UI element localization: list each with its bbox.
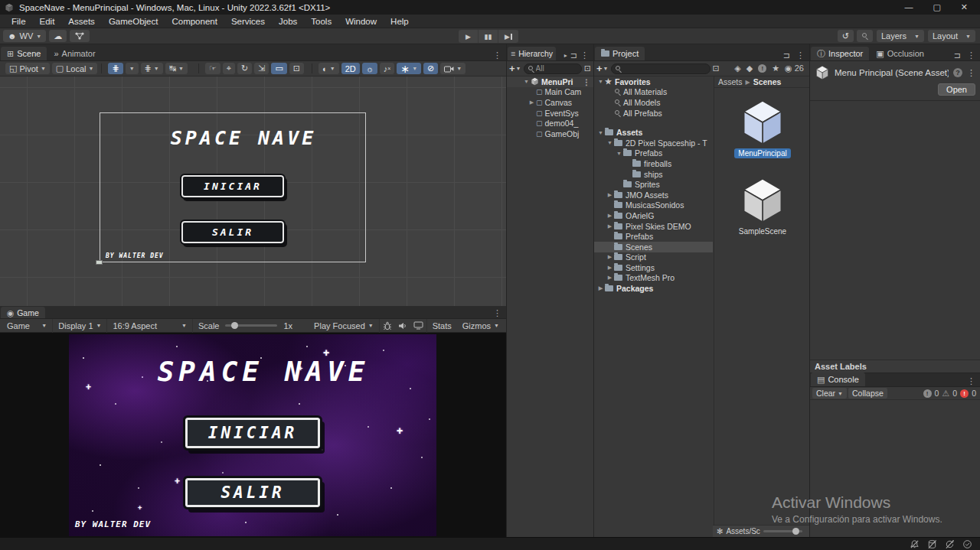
rotate-tool[interactable]: ↻ xyxy=(237,63,252,74)
hierarchy-item[interactable]: ▢Main Cam xyxy=(507,87,593,98)
expand-arrow-icon[interactable]: ▼ xyxy=(522,79,531,84)
warning-count-icon[interactable]: ⚠ xyxy=(942,389,949,399)
local-dropdown[interactable]: ▢Local▼ xyxy=(52,63,98,74)
undo-history-button[interactable]: ↺ xyxy=(838,30,854,42)
project-tree-item[interactable]: ▼Prefabs xyxy=(594,148,713,159)
project-search[interactable] xyxy=(611,63,710,74)
grid-snap-toggle[interactable]: ⋕ xyxy=(108,63,122,74)
scene-viewport[interactable]: SPACE NAVE INICIAR SALIR BY WALTER DEV xyxy=(0,76,506,306)
scale-tool[interactable]: ⇲ xyxy=(254,63,269,74)
panel-menu-icon[interactable]: ⋮ xyxy=(493,308,501,318)
error-count-icon[interactable]: ! xyxy=(960,389,969,398)
panel-menu-icon[interactable]: ⋮ xyxy=(493,50,501,60)
auto-refresh-disabled-icon[interactable] xyxy=(945,539,955,549)
rect-tool[interactable]: ▭ xyxy=(271,63,286,74)
thumbnail-size-slider[interactable] xyxy=(763,530,802,532)
project-tree-item[interactable]: ▶Settings xyxy=(594,262,713,273)
hierarchy-scene-row[interactable]: ▼ MenuPri ⋮ xyxy=(507,76,593,87)
play-focused-dropdown[interactable]: Play Focused▼ xyxy=(309,319,380,333)
project-tree-item[interactable]: All Models xyxy=(594,97,713,108)
project-tree-item[interactable]: ▶Script xyxy=(594,252,713,263)
clear-button[interactable]: Clear▼ xyxy=(812,388,847,399)
open-in-window-icon[interactable]: ⊡ xyxy=(584,63,591,73)
project-search-input[interactable] xyxy=(623,64,707,73)
breadcrumb-assets[interactable]: Assets xyxy=(718,77,743,86)
menu-assets[interactable]: Assets xyxy=(61,17,102,26)
rect-anchor-handle[interactable] xyxy=(96,260,103,265)
close-button[interactable]: ✕ xyxy=(961,2,968,12)
expanded-arrow-icon[interactable]: ▼ xyxy=(596,79,605,84)
menu-gameobject[interactable]: GameObject xyxy=(102,17,165,26)
search-button[interactable] xyxy=(857,30,873,42)
collapsed-arrow-icon[interactable]: ▶ xyxy=(606,192,614,198)
project-tree-item[interactable]: ▶Pixel Skies DEMO xyxy=(594,221,713,232)
display-target-dropdown[interactable]: Game▼ xyxy=(2,319,53,333)
camera-dropdown[interactable]: ▼ xyxy=(440,63,466,74)
layout-dropdown[interactable]: Layout▼ xyxy=(928,30,975,42)
gizmos-dropdown[interactable]: Gizmos▼ xyxy=(457,319,505,333)
breadcrumb-scenes[interactable]: Scenes xyxy=(753,77,782,86)
hierarchy-item[interactable]: ▢EventSys xyxy=(507,108,593,119)
step-button[interactable]: ▶ xyxy=(498,30,518,43)
scene-visibility-toggle[interactable]: ⊘ xyxy=(423,63,438,74)
panel-menu-icon[interactable]: ⋮ xyxy=(796,50,805,60)
layers-dropdown[interactable]: Layers▼ xyxy=(877,30,924,42)
hierarchy-search[interactable] xyxy=(524,63,582,74)
collapsed-arrow-icon[interactable]: ▶ xyxy=(528,99,536,106)
tab-hierarchy[interactable]: ≡Hierarchy xyxy=(508,47,556,60)
favorites-filter-icon[interactable]: ★ xyxy=(772,63,779,73)
collapsed-arrow-icon[interactable]: ▶ xyxy=(606,213,614,219)
menu-services[interactable]: Services xyxy=(224,17,272,26)
hand-tool[interactable]: ☞ xyxy=(205,63,220,74)
tab-game[interactable]: ◉Game xyxy=(1,307,45,318)
collapsed-arrow-icon[interactable]: ▶ xyxy=(596,285,605,291)
hierarchy-item[interactable]: ▢demo04_ xyxy=(507,118,593,129)
game-salir-button[interactable]: SALIR xyxy=(185,478,320,507)
snap-settings[interactable]: ↹▼ xyxy=(165,63,188,74)
collapse-button[interactable]: Collapse xyxy=(848,388,887,399)
transform-tool[interactable]: ⊡ xyxy=(289,63,304,74)
project-tree-item[interactable]: ships xyxy=(594,169,713,180)
game-viewport[interactable]: + + + + + + SPACE NAVE INICIAR SALIR BY … xyxy=(0,333,506,537)
project-tree-item[interactable]: Sprites xyxy=(594,179,713,190)
2d-toggle[interactable]: 2D xyxy=(341,63,360,74)
project-tree-item-selected[interactable]: Scenes xyxy=(594,242,713,252)
open-scene-button[interactable]: Open xyxy=(938,83,975,96)
minimize-button[interactable]: — xyxy=(904,2,913,12)
help-icon[interactable]: ? xyxy=(953,68,962,77)
hierarchy-item[interactable]: ▢GameObj xyxy=(507,129,593,139)
project-tree-item[interactable]: ▼Assets xyxy=(594,127,713,138)
move-tool[interactable]: ⌖ xyxy=(223,63,235,74)
tab-scene[interactable]: ⊞Scene xyxy=(1,47,47,60)
menu-component[interactable]: Component xyxy=(165,17,224,26)
draw-mode-dropdown[interactable]: ◐▼ xyxy=(318,63,339,74)
inspector-menu-icon[interactable]: ⋮ xyxy=(967,68,975,78)
eye-icon[interactable]: ◉ 26 xyxy=(785,63,804,73)
panel-menu-icon[interactable]: ⋮ xyxy=(967,50,975,60)
panel-menu-icon[interactable]: ⋮ xyxy=(580,50,589,60)
effects-dropdown[interactable]: ∗▼ xyxy=(397,63,421,74)
expanded-arrow-icon[interactable]: ▼ xyxy=(596,130,605,135)
asset-labels-header[interactable]: Asset Labels xyxy=(810,360,980,373)
project-tree-item[interactable]: ▼2D Pixel Spaceship - T xyxy=(594,138,713,148)
menu-edit[interactable]: Edit xyxy=(33,17,62,26)
tab-console[interactable]: ▤Console xyxy=(811,373,865,386)
collab-button[interactable] xyxy=(70,30,90,42)
panel-menu-icon[interactable]: ⋮ xyxy=(967,376,975,386)
project-tree-item[interactable]: ▼★Favorites xyxy=(594,76,713,87)
collapsed-arrow-icon[interactable]: ▶ xyxy=(606,254,614,260)
tab-inspector[interactable]: ⓘInspector xyxy=(811,47,869,60)
create-asset-button[interactable]: +▼ xyxy=(596,63,609,74)
dock-icon[interactable]: ⊐ xyxy=(783,50,790,60)
play-button[interactable]: ▶ xyxy=(459,30,479,43)
menu-jobs[interactable]: Jobs xyxy=(272,17,304,26)
notifications-muted-icon[interactable] xyxy=(910,539,920,549)
menu-window[interactable]: Window xyxy=(338,17,384,26)
dock-icon[interactable]: ⊐ xyxy=(570,50,577,60)
scene-menu-icon[interactable]: ⋮ xyxy=(583,77,594,86)
lighting-toggle[interactable]: ☼ xyxy=(362,63,377,74)
hierarchy-item[interactable]: ▶▢Canvas xyxy=(507,97,593,108)
info-count-icon[interactable]: ! xyxy=(923,389,932,398)
asset-thumb-menuprincipal[interactable]: MenuPrincipal xyxy=(720,98,805,158)
pivot-dropdown[interactable]: ◱Pivot▼ xyxy=(5,63,50,74)
